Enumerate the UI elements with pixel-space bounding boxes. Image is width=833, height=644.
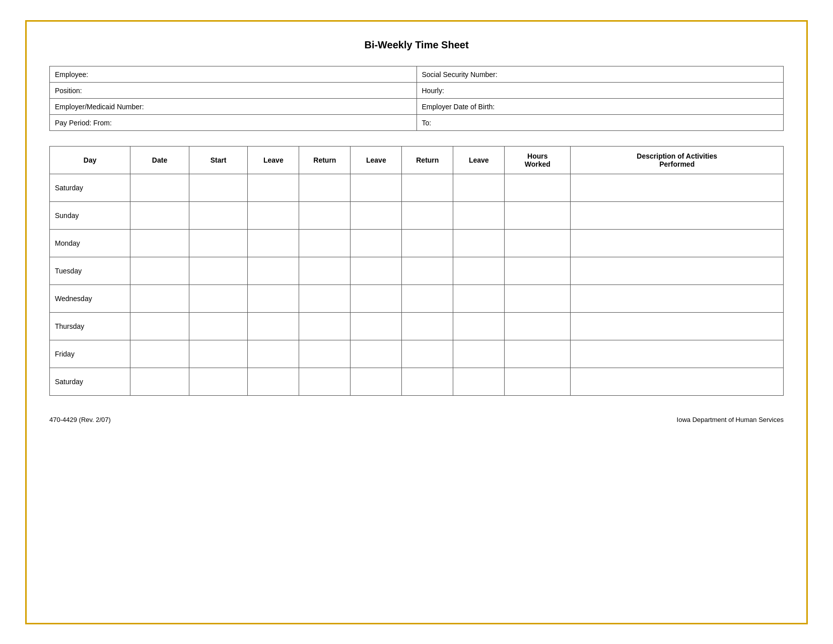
cell-leave1 (248, 174, 299, 202)
cell-date (130, 313, 189, 340)
cell-day: Saturday (50, 174, 130, 202)
info-row: Employer/Medicaid Number:Employer Date o… (50, 99, 784, 115)
cell-hours (505, 313, 571, 340)
main-table: DayDateStartLeaveReturnLeaveReturnLeaveH… (49, 146, 784, 396)
cell-leave1 (248, 313, 299, 340)
info-left-label: Employee: (50, 66, 417, 83)
cell-return2 (402, 202, 453, 230)
cell-leave1 (248, 202, 299, 230)
cell-leave2 (351, 340, 402, 368)
cell-leave1 (248, 340, 299, 368)
cell-leave2 (351, 368, 402, 396)
footer-right: Iowa Department of Human Services (677, 416, 784, 423)
table-row: Friday (50, 340, 784, 368)
cell-return2 (402, 340, 453, 368)
page-title: Bi-Weekly Time Sheet (49, 39, 784, 51)
cell-desc (571, 230, 784, 257)
info-right-label: To: (416, 115, 784, 131)
column-header-leave2: Leave (351, 147, 402, 174)
cell-desc (571, 202, 784, 230)
cell-day: Sunday (50, 202, 130, 230)
info-left-label: Position: (50, 83, 417, 99)
cell-leave2 (351, 230, 402, 257)
cell-hours (505, 285, 571, 313)
table-row: Monday (50, 230, 784, 257)
cell-leave1 (248, 257, 299, 285)
column-header-return2: Return (402, 147, 453, 174)
table-row: Thursday (50, 313, 784, 340)
cell-return1 (299, 174, 351, 202)
column-header-day: Day (50, 147, 130, 174)
cell-day: Saturday (50, 368, 130, 396)
cell-desc (571, 257, 784, 285)
cell-start (189, 174, 248, 202)
cell-start (189, 340, 248, 368)
cell-desc (571, 285, 784, 313)
cell-return2 (402, 313, 453, 340)
cell-start (189, 257, 248, 285)
info-left-label: Employer/Medicaid Number: (50, 99, 417, 115)
cell-day: Tuesday (50, 257, 130, 285)
page-wrapper: Bi-Weekly Time Sheet Employee:Social Sec… (25, 20, 808, 624)
cell-hours (505, 340, 571, 368)
cell-leave1 (248, 368, 299, 396)
cell-date (130, 202, 189, 230)
cell-return1 (299, 202, 351, 230)
info-right-label: Hourly: (416, 83, 784, 99)
cell-date (130, 340, 189, 368)
cell-return1 (299, 313, 351, 340)
cell-leave3 (453, 313, 505, 340)
table-row: Saturday (50, 174, 784, 202)
cell-leave3 (453, 202, 505, 230)
cell-return1 (299, 285, 351, 313)
cell-day: Thursday (50, 313, 130, 340)
cell-desc (571, 174, 784, 202)
cell-day: Monday (50, 230, 130, 257)
cell-day: Friday (50, 340, 130, 368)
table-row: Tuesday (50, 257, 784, 285)
cell-leave1 (248, 230, 299, 257)
table-row: Sunday (50, 202, 784, 230)
cell-date (130, 230, 189, 257)
footer: 470-4429 (Rev. 2/07) Iowa Department of … (49, 416, 784, 423)
cell-hours (505, 230, 571, 257)
cell-return1 (299, 230, 351, 257)
info-row: Employee:Social Security Number: (50, 66, 784, 83)
cell-return2 (402, 368, 453, 396)
info-left-label: Pay Period: From: (50, 115, 417, 131)
cell-start (189, 230, 248, 257)
cell-leave3 (453, 174, 505, 202)
cell-return2 (402, 257, 453, 285)
info-right-label: Social Security Number: (416, 66, 784, 83)
cell-start (189, 313, 248, 340)
cell-start (189, 368, 248, 396)
cell-leave3 (453, 368, 505, 396)
info-right-label: Employer Date of Birth: (416, 99, 784, 115)
cell-leave3 (453, 230, 505, 257)
footer-left: 470-4429 (Rev. 2/07) (49, 416, 111, 423)
cell-desc (571, 368, 784, 396)
cell-hours (505, 257, 571, 285)
table-row: Wednesday (50, 285, 784, 313)
cell-return2 (402, 230, 453, 257)
cell-leave1 (248, 285, 299, 313)
cell-leave2 (351, 285, 402, 313)
column-header-hours: HoursWorked (505, 147, 571, 174)
cell-return1 (299, 340, 351, 368)
cell-leave2 (351, 313, 402, 340)
cell-date (130, 368, 189, 396)
column-header-desc: Description of ActivitiesPerformed (571, 147, 784, 174)
cell-return2 (402, 285, 453, 313)
cell-leave3 (453, 257, 505, 285)
cell-return2 (402, 174, 453, 202)
cell-leave3 (453, 340, 505, 368)
cell-desc (571, 313, 784, 340)
cell-day: Wednesday (50, 285, 130, 313)
cell-start (189, 202, 248, 230)
cell-return1 (299, 368, 351, 396)
info-row: Pay Period: From:To: (50, 115, 784, 131)
cell-hours (505, 174, 571, 202)
column-header-return1: Return (299, 147, 351, 174)
info-row: Position:Hourly: (50, 83, 784, 99)
cell-date (130, 285, 189, 313)
